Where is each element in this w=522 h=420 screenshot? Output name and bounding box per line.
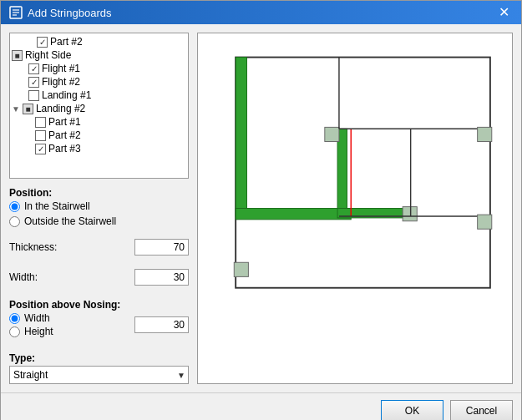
ok-button[interactable]: OK <box>381 400 443 420</box>
tree-label-flight2: Flight #2 <box>42 76 80 88</box>
above-nosing-label: Position above Nosing: <box>9 299 189 311</box>
svg-rect-6 <box>236 209 351 220</box>
dialog-footer: OK Cancel <box>1 392 521 420</box>
checkbox-right-side[interactable]: ■ <box>12 50 23 61</box>
dialog-icon <box>9 6 23 19</box>
close-button[interactable]: ✕ <box>495 6 513 19</box>
tree-item-landing1[interactable]: Landing #1 <box>10 89 188 102</box>
svg-rect-5 <box>236 58 246 216</box>
stair-diagram <box>198 33 512 383</box>
checkbox-part2-sub[interactable] <box>35 130 46 141</box>
tree-label-landing1: Landing #1 <box>42 89 91 101</box>
tree-label-right-side: Right Side <box>25 49 71 61</box>
svg-rect-18 <box>478 215 492 229</box>
tree-item-part2-top[interactable]: ✓ Part #2 <box>10 35 188 48</box>
tree-item-flight2[interactable]: ✓ Flight #2 <box>10 75 188 89</box>
tree-label-part2-sub: Part #2 <box>48 129 81 141</box>
width-row: Width: <box>9 269 189 286</box>
radio-height-input[interactable] <box>9 326 20 337</box>
thickness-row: Thickness: <box>9 239 189 256</box>
dialog-title: Add Stringboards <box>28 7 111 19</box>
tree-item-landing2[interactable]: ▼ ■ Landing #2 <box>10 102 188 115</box>
stair-canvas <box>197 33 513 384</box>
title-bar-left: Add Stringboards <box>9 6 111 19</box>
checkbox-landing2[interactable]: ■ <box>23 104 33 114</box>
checkbox-part1[interactable] <box>35 117 46 128</box>
radio-width-option[interactable]: Width <box>9 312 53 324</box>
cancel-button[interactable]: Cancel <box>450 400 513 420</box>
checkbox-part2-top[interactable]: ✓ <box>37 37 48 48</box>
radio-outside-stairwell[interactable]: Outside the Stairwell <box>9 215 189 227</box>
radio-outside-stairwell-label: Outside the Stairwell <box>24 215 116 227</box>
dialog-body: ✓ Part #2 ■ Right Side ✓ Flight #1 <box>1 24 521 392</box>
type-label: Type: <box>9 352 189 364</box>
radio-in-stairwell-label: In the Stairwell <box>24 200 90 212</box>
position-section: Position: In the Stairwell Outside the S… <box>9 187 189 227</box>
width-input[interactable] <box>134 269 189 286</box>
above-nosing-section: Position above Nosing: Width Height <box>9 299 189 341</box>
tree-scroll[interactable]: ✓ Part #2 ■ Right Side ✓ Flight #1 <box>10 33 188 178</box>
checkbox-part3[interactable]: ✓ <box>35 144 46 154</box>
tree-label-flight1: Flight #1 <box>42 63 80 74</box>
tree-container: ✓ Part #2 ■ Right Side ✓ Flight #1 <box>9 33 189 179</box>
type-select-wrapper: Straight Curved ▼ <box>9 366 189 384</box>
svg-rect-9 <box>325 127 339 141</box>
svg-rect-17 <box>478 127 492 141</box>
position-radio-group: In the Stairwell Outside the Stairwell <box>9 200 189 227</box>
title-bar: Add Stringboards ✕ <box>1 1 521 24</box>
position-label: Position: <box>9 187 189 199</box>
checkbox-flight1[interactable]: ✓ <box>28 63 39 74</box>
radio-height-label: Height <box>24 326 53 337</box>
tree-label-part1: Part #1 <box>48 116 81 128</box>
type-section: Type: Straight Curved ▼ <box>9 352 189 384</box>
tree-item-part3[interactable]: ✓ Part #3 <box>10 142 188 155</box>
radio-outside-stairwell-input[interactable] <box>9 216 20 227</box>
left-panel: ✓ Part #2 ■ Right Side ✓ Flight #1 <box>9 33 189 384</box>
radio-height-option[interactable]: Height <box>9 326 53 337</box>
width-label: Width: <box>9 271 134 283</box>
expand-icon-landing2: ▼ <box>12 104 20 114</box>
tree-label-part3: Part #3 <box>48 143 81 154</box>
svg-rect-10 <box>403 207 417 221</box>
tree-item-part2-sub[interactable]: Part #2 <box>10 129 188 142</box>
checkbox-flight2[interactable]: ✓ <box>28 77 39 88</box>
above-nosing-options: Width Height <box>9 312 189 337</box>
svg-rect-4 <box>236 58 490 288</box>
thickness-label: Thickness: <box>9 241 134 253</box>
radio-width-label: Width <box>24 312 50 324</box>
radio-in-stairwell[interactable]: In the Stairwell <box>9 200 189 212</box>
tree-label-part2-top: Part #2 <box>50 36 83 48</box>
thickness-input[interactable] <box>134 239 189 256</box>
above-nosing-input[interactable] <box>134 316 189 333</box>
tree-item-right-side[interactable]: ■ Right Side <box>10 48 188 62</box>
checkbox-landing1[interactable] <box>28 90 39 101</box>
tree-item-part1[interactable]: Part #1 <box>10 115 188 129</box>
radio-width-input[interactable] <box>9 313 20 324</box>
tree-item-flight1[interactable]: ✓ Flight #1 <box>10 62 188 75</box>
svg-rect-11 <box>234 262 248 276</box>
tree-label-landing2: Landing #2 <box>36 103 85 114</box>
type-select[interactable]: Straight Curved <box>9 366 189 384</box>
add-stringboards-dialog: Add Stringboards ✕ ✓ Part #2 ■ <box>0 0 522 420</box>
radio-in-stairwell-input[interactable] <box>9 201 20 212</box>
above-nosing-radio-group: Width Height <box>9 312 53 337</box>
